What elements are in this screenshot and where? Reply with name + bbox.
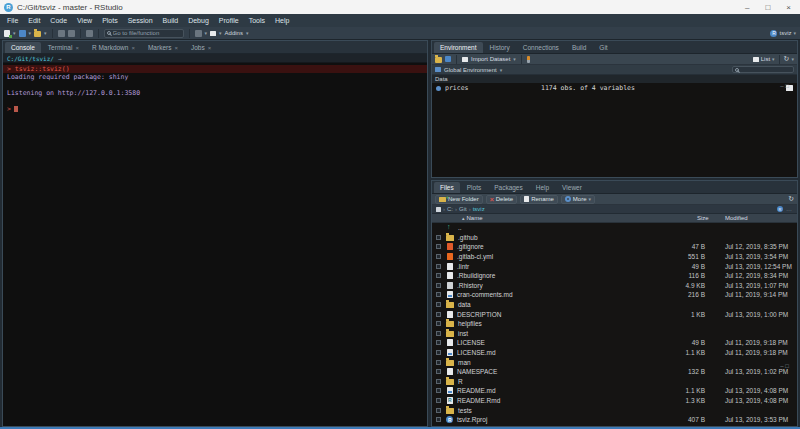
save-all-icon[interactable] [68,30,75,37]
r-project-icon[interactable]: R [777,206,783,212]
file-name[interactable]: .gitlab-ci.yml [457,253,679,260]
pane-layout-icon[interactable] [210,31,216,36]
file-name[interactable]: .github [458,234,679,241]
menu-item[interactable]: Debug [183,17,214,24]
more-button[interactable]: More ▾ [561,195,595,204]
chevron-down-icon[interactable]: ▾ [772,56,775,62]
file-name[interactable]: .lintr [457,263,679,270]
table-row[interactable]: .. [432,223,797,233]
save-workspace-icon[interactable] [445,56,451,62]
file-name[interactable]: NAMESPACE [457,368,679,375]
select-all-checkbox[interactable] [436,207,441,212]
tab[interactable]: Build [566,42,592,53]
chevron-down-icon[interactable]: ▾ [500,67,503,73]
clear-objects-broom-icon[interactable] [527,56,530,63]
environment-pane-controls[interactable]: – □ [780,83,793,91]
file-name[interactable]: man [458,359,679,366]
table-row[interactable]: LICENSE 49 B Jul 11, 2019, 9:18 PM [432,338,797,348]
menu-item[interactable]: Plots [97,17,123,24]
breadcrumb-segment[interactable]: Git [459,206,467,212]
tab[interactable]: History [484,42,516,53]
files-pane-controls[interactable]: – □ [780,363,793,371]
breadcrumb-segment[interactable]: tsviz [473,206,485,212]
goto-file-function-input[interactable] [113,30,181,36]
chevron-down-icon[interactable]: ▾ [791,56,794,62]
tab[interactable]: Git [593,42,613,53]
row-checkbox[interactable] [436,369,441,374]
row-checkbox[interactable] [436,264,441,269]
load-workspace-icon[interactable] [435,57,442,63]
file-name[interactable]: LICENSE.md [457,349,679,356]
table-row[interactable]: cran-comments.md 216 B Jul 11, 2019, 9:1… [432,290,797,300]
chevron-down-icon[interactable]: ▾ [513,56,516,62]
file-name[interactable]: tests [458,407,679,414]
close-icon[interactable]: × [174,45,178,51]
file-name[interactable]: .Rbuildignore [457,272,679,279]
row-checkbox[interactable] [436,388,441,393]
row-checkbox[interactable] [436,292,441,297]
menu-item[interactable]: View [72,17,97,24]
menu-item[interactable]: Code [45,17,72,24]
tab[interactable]: Console [5,42,41,53]
tab[interactable]: Files [434,182,460,193]
file-name[interactable]: cran-comments.md [457,291,679,298]
tab[interactable]: Viewer [556,182,588,193]
row-checkbox[interactable] [436,235,441,240]
column-modified[interactable]: Modified [725,215,797,221]
minimize-button[interactable]: – [745,3,749,12]
tab[interactable]: Markers × [142,42,184,53]
table-row[interactable]: .gitignore 47 B Jul 12, 2019, 8:35 PM [432,242,797,252]
file-name[interactable]: R [458,378,679,385]
new-folder-button[interactable]: New Folder [435,195,483,204]
close-icon[interactable]: × [75,45,79,51]
refresh-icon[interactable]: ↻ [784,55,790,63]
file-name[interactable]: .. [458,224,679,231]
table-row[interactable]: helpfiles [432,319,797,329]
row-checkbox[interactable] [436,302,441,307]
menu-item[interactable]: Help [270,17,294,24]
row-checkbox[interactable] [436,273,441,278]
goto-directory-icon[interactable]: → [58,55,62,62]
new-project-icon[interactable] [19,30,26,37]
table-row[interactable]: NAMESPACE 132 B Jul 13, 2019, 1:02 PM [432,367,797,377]
menu-item[interactable]: Tools [244,17,270,24]
table-row[interactable]: README.Rmd 1.3 KB Jul 13, 2019, 4:08 PM [432,396,797,406]
list-mode-button[interactable]: List [761,56,770,62]
object-name[interactable]: prices [445,84,541,92]
table-row[interactable]: man [432,357,797,367]
row-checkbox[interactable] [436,283,441,288]
chevron-down-icon[interactable]: ▾ [205,30,208,36]
column-size[interactable]: Size [679,215,725,221]
file-name[interactable]: helpfiles [458,320,679,327]
row-checkbox[interactable] [436,350,441,355]
table-row[interactable]: inst [432,329,797,339]
tab[interactable]: Plots [461,182,487,193]
row-checkbox[interactable] [436,417,441,422]
row-checkbox[interactable] [436,360,441,365]
file-name[interactable]: README.Rmd [457,397,679,404]
column-name[interactable]: Name [467,215,483,221]
new-file-icon[interactable] [4,30,10,37]
close-button[interactable]: × [786,3,791,12]
table-row[interactable]: LICENSE.md 1.1 KB Jul 11, 2019, 9:18 PM [432,348,797,358]
tab[interactable]: Packages [488,182,529,193]
menu-item[interactable]: File [2,17,23,24]
maximize-button[interactable]: □ [765,3,770,12]
table-row[interactable]: .github [432,233,797,243]
chevron-down-icon[interactable]: ▾ [29,30,32,36]
row-checkbox[interactable] [436,254,441,259]
environment-scope-selector[interactable]: Global Environment [444,67,497,73]
environment-search-box[interactable] [732,66,794,73]
environment-object-row[interactable]: prices 1174 obs. of 4 variables [432,83,797,93]
row-checkbox[interactable] [436,312,441,317]
console-output[interactable]: > tsviz::tsviz() Loading required packag… [3,63,427,426]
print-icon[interactable] [86,30,93,37]
close-icon[interactable]: × [131,45,135,51]
table-row[interactable]: .gitlab-ci.yml 551 B Jul 13, 2019, 3:54 … [432,252,797,262]
row-checkbox[interactable] [436,398,441,403]
chevron-down-icon[interactable]: ▾ [246,30,249,36]
refresh-icon[interactable]: ↻ [788,195,794,203]
file-name[interactable]: data [458,301,679,308]
tab[interactable]: Help [530,182,555,193]
file-name[interactable]: .Rhistory [457,282,679,289]
